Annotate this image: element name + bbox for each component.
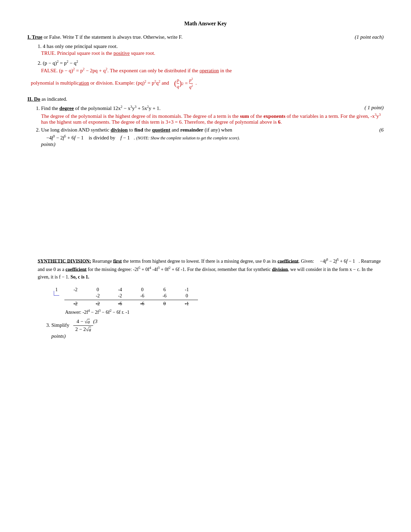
item3-points-cont: points) bbox=[51, 333, 97, 339]
item2-points-cont: points) bbox=[41, 141, 384, 147]
synthetic-section: SYNTHETIC DIVISION: Rearrange first the … bbox=[38, 257, 384, 342]
item-2: 2. (p − q)2 = p2 − q2 FALSE. (p − q)2 = … bbox=[38, 60, 384, 74]
item2-points: (6 bbox=[379, 127, 384, 133]
item-1-answer: TRUE. Principal square root is the posit… bbox=[41, 50, 384, 56]
item3-points: (3 bbox=[93, 319, 98, 324]
section1-label: I. True or False. Write T if the stateme… bbox=[27, 34, 183, 40]
item2-expression: −4f3 − 2f5 + 6f − 1 is divided by f − 1 … bbox=[41, 134, 384, 141]
item1-answer: The degree of the polynomial is the high… bbox=[41, 113, 384, 125]
syn-answer: Answer: -2f4 − 2f3 − 6f2 − 6f r. -1 bbox=[65, 309, 384, 315]
section2-header: II. Do as indicated. bbox=[27, 96, 384, 102]
synthetic-text: SYNTHETIC DIVISION: Rearrange first the … bbox=[38, 257, 384, 281]
item1-points: ( 1 point) bbox=[364, 105, 384, 111]
section1-header: I. True or False. Write T if the stateme… bbox=[27, 34, 384, 40]
section2: II. Do as indicated. Find the degree of … bbox=[27, 96, 384, 342]
item-1: 1. 4 has only one principal square root.… bbox=[38, 44, 384, 56]
item-2-answer: FALSE. (p − q)2 = p2 − 2pq + q2. The exp… bbox=[41, 67, 384, 74]
syn-row1: -2 0 -4 0 6 -1 bbox=[64, 287, 198, 293]
simplify-fraction: 4 − √a 2 − 2√a bbox=[73, 319, 93, 333]
fraction-p2q2: p2 q2 bbox=[189, 77, 193, 90]
syn-grid: -2 0 -4 0 6 -1 -2 -2 -6 -6 0 bbox=[64, 287, 198, 307]
section2-item1: Find the degree of the polynomial 12x2 −… bbox=[41, 105, 384, 125]
section1-points: (1 point each) bbox=[355, 34, 384, 40]
syn-divider bbox=[64, 300, 198, 300]
item3-question: Simplify 4 − √a 2 − 2√a bbox=[51, 322, 93, 328]
item-1-text: 1. 4 has only one principal square root. bbox=[38, 44, 118, 49]
item1-question: Find the degree of the polynomial 12x2 −… bbox=[41, 106, 161, 111]
page-title: Math Answer Key bbox=[27, 21, 384, 27]
section2-item2: Use long division AND synthetic division… bbox=[41, 127, 384, 147]
section2-item3: Simplify 4 − √a 2 − 2√a (3 points) bbox=[38, 319, 384, 342]
synthetic-table: 1 -2 0 -4 0 6 -1 bbox=[51, 287, 384, 315]
item-2-answer-cont: polynomial is multiplication or division… bbox=[31, 77, 384, 90]
syn-row3: -2 -2 -6 -6 0 -1 bbox=[64, 301, 198, 307]
fraction-pq: p q bbox=[177, 77, 179, 89]
item-2-text: 2. (p − q)2 = p2 − q2 bbox=[38, 60, 78, 66]
syn-row2: -2 -2 -6 -6 0 bbox=[64, 293, 198, 299]
section2-list: Find the degree of the polynomial 12x2 −… bbox=[27, 105, 384, 147]
item2-question: Use long division AND synthetic division… bbox=[41, 127, 232, 133]
is-divided-by: is divided by bbox=[89, 135, 115, 140]
